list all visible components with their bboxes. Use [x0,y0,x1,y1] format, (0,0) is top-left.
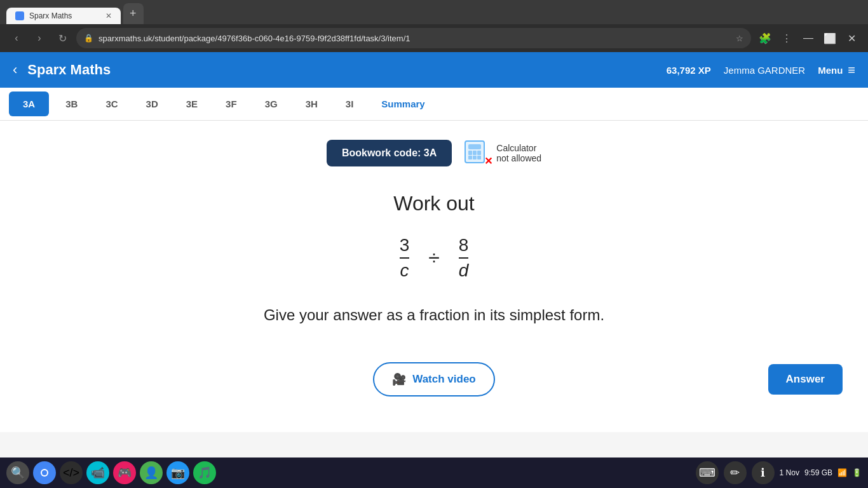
tab-3d[interactable]: 3D [132,88,172,120]
svg-point-2 [42,470,47,475]
app-logo: Sparx Maths [27,62,666,78]
back-nav-btn[interactable]: ‹ [8,29,25,47]
video-camera-icon: 🎥 [392,372,406,386]
address-bar-row: ‹ › ↻ 🔒 sparxmaths.uk/student/package/49… [0,24,868,52]
more-btn[interactable]: ⋮ [778,29,796,47]
taskbar-right: ⌨ ✏ ℹ 1 Nov 9:59 GB 📶 🔋 [696,461,862,484]
browser-actions: 🧩 ⋮ — ⬜ ✕ [756,29,860,47]
pen-icon[interactable]: ✏ [724,461,747,484]
calculator-text: Calculator not allowed [496,143,541,163]
bookwork-row: Bookwork code: 3A ✕ Ca [327,140,541,166]
taskbar: 🔍 </> 📹 🎮 👤 📷 🎵 ⌨ ✏ ℹ 1 Nov 9:59 GB 📶 🔋 [0,458,868,488]
tab-3c[interactable]: 3C [92,88,132,120]
minimize-btn[interactable]: — [799,29,817,47]
watch-video-label: Watch video [412,373,476,386]
user-name: Jemma GARDNER [724,65,805,76]
fraction-1-bar [400,257,410,259]
answer-btn[interactable]: Answer [768,364,843,395]
question-title: Work out [393,192,474,215]
fraction-1-denominator: c [400,260,409,281]
wifi-icon: 📶 [837,468,847,477]
instruction-text: Give your answer as a fraction in its si… [264,306,604,324]
bottom-actions: 🎥 Watch video Answer [13,362,855,396]
calculator-info: ✕ Calculator not allowed [465,140,541,166]
calculator-icon: ✕ [465,140,490,166]
tab-3a[interactable]: 3A [9,92,49,116]
capture-icon[interactable]: 📷 [166,461,189,484]
tab-3b[interactable]: 3B [51,88,92,120]
fraction-2-numerator: 8 [459,234,469,256]
menu-btn[interactable]: Menu ≡ [818,63,855,78]
bookmark-icon[interactable]: ☆ [736,34,743,43]
reload-btn[interactable]: ↻ [53,29,71,47]
taskbar-date: 1 Nov [780,468,799,477]
tab-3e[interactable]: 3E [172,88,212,120]
tab-3f[interactable]: 3F [212,88,251,120]
meet-icon[interactable]: 📹 [86,461,109,484]
extensions-btn[interactable]: 🧩 [756,29,774,47]
tab-title: Sparx Maths [29,11,72,20]
tab-3i[interactable]: 3I [332,88,368,120]
info-icon[interactable]: ℹ [752,461,775,484]
tab-summary[interactable]: Summary [367,88,438,120]
fraction-2-denominator: d [459,260,469,281]
spotify-icon[interactable]: 🎵 [193,461,216,484]
url-text: sparxmaths.uk/student/package/4976f36b-c… [98,34,410,43]
bookwork-badge: Bookwork code: 3A [327,140,452,166]
address-bar[interactable]: 🔒 sparxmaths.uk/student/package/4976f36b… [76,28,751,48]
keyboard-icon[interactable]: ⌨ [696,461,719,484]
taskbar-time: 9:59 GB [804,468,832,477]
xp-label: 63,792 XP [667,65,711,76]
lock-icon: 🔒 [84,34,93,43]
search-taskbar-icon[interactable]: 🔍 [6,461,29,484]
watch-video-btn[interactable]: 🎥 Watch video [373,362,495,396]
active-tab[interactable]: Sparx Maths ✕ [6,8,121,24]
classroom-icon[interactable]: 👤 [140,461,163,484]
tab-3h[interactable]: 3H [292,88,332,120]
forward-nav-btn[interactable]: › [31,29,48,47]
header-right: 63,792 XP Jemma GARDNER Menu ≡ [667,63,855,78]
code-icon[interactable]: </> [60,461,83,484]
fraction-1-numerator: 3 [400,234,410,256]
divide-symbol: ÷ [428,246,440,269]
section-tabs: 3A 3B 3C 3D 3E 3F 3G 3H 3I Summary [0,88,868,121]
battery-icon: 🔋 [852,468,862,477]
close-btn[interactable]: ✕ [843,29,860,47]
fraction-1: 3 c [400,234,410,281]
tab-close-btn[interactable]: ✕ [105,11,112,20]
app-header: ‹ Sparx Maths 63,792 XP Jemma GARDNER Me… [0,52,868,88]
fraction-2: 8 d [459,234,469,281]
back-btn[interactable]: ‹ [13,62,17,78]
fraction-2-bar [459,257,469,259]
tab-bar: Sparx Maths ✕ + [0,0,868,24]
new-tab-btn[interactable]: + [123,3,144,24]
content-area: Bookwork code: 3A ✕ Ca [0,121,868,432]
maximize-btn[interactable]: ⬜ [821,29,839,47]
chrome-icon[interactable] [33,461,56,484]
tab-3g[interactable]: 3G [251,88,292,120]
not-allowed-icon: ✕ [484,155,492,167]
hamburger-icon: ≡ [848,63,855,78]
app5-icon[interactable]: 🎮 [113,461,136,484]
math-expression: 3 c ÷ 8 d [400,234,469,281]
tab-favicon [15,11,24,20]
